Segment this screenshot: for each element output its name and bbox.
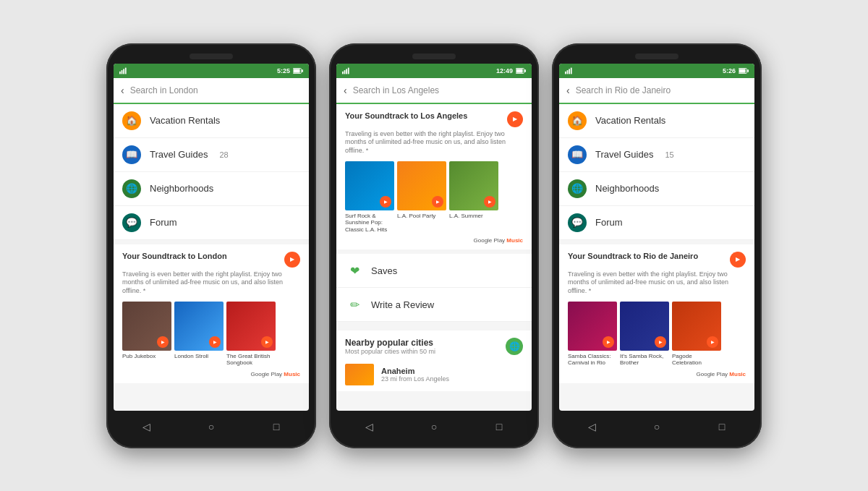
- nav-home-la[interactable]: ○: [425, 418, 443, 435]
- nearby-title: Nearby popular cities: [345, 338, 435, 348]
- svg-rect-10: [348, 67, 349, 74]
- album-cover-surf: ▶: [345, 161, 394, 210]
- svg-rect-14: [565, 71, 566, 74]
- travel-guides-badge-rio: 15: [665, 150, 673, 159]
- album-play-pool[interactable]: ▶: [432, 196, 443, 208]
- svg-rect-15: [567, 70, 569, 74]
- svg-rect-3: [125, 67, 127, 74]
- album-cover-british: ▶: [226, 302, 276, 351]
- google-play-footer-la: Google Play Music: [345, 237, 523, 244]
- album-play-london[interactable]: ▶: [209, 336, 221, 348]
- album-name-pool: L.A. Pool Party: [397, 213, 446, 220]
- music-title-rio: Your Soundtrack to Rio de Janeiro: [568, 252, 730, 260]
- google-play-footer-london: Google Play Music: [122, 371, 300, 377]
- speaker-2: [412, 54, 456, 59]
- bottom-nav-rio: ◁ ○ □: [559, 415, 754, 438]
- album-item-lasummer[interactable]: ▶ L.A. Summer: [449, 161, 498, 234]
- album-item-its-samba[interactable]: ▶ It's Samba Rock, Brother: [620, 302, 669, 367]
- menu-travel-guides[interactable]: 📖 Travel Guides 28: [114, 138, 309, 172]
- music-play-button-rio[interactable]: ▶: [730, 252, 746, 268]
- nav-back-rio[interactable]: ◁: [583, 418, 600, 435]
- music-card-rio: Your Soundtrack to Rio de Janeiro ▶ Trav…: [559, 244, 754, 383]
- menu-vacation-rentals-rio[interactable]: 🏠 Vacation Rentals: [559, 104, 754, 138]
- nav-square[interactable]: □: [268, 418, 285, 435]
- forum-icon-rio: 💬: [568, 213, 587, 232]
- phone-top-3: [559, 54, 754, 59]
- album-play-surf[interactable]: ▶: [380, 196, 391, 208]
- nav-back-la[interactable]: ◁: [360, 418, 378, 435]
- album-item-pool[interactable]: ▶ L.A. Pool Party: [397, 161, 446, 234]
- back-button-la[interactable]: ‹: [344, 85, 347, 96]
- album-play-lasummer[interactable]: ▶: [484, 196, 495, 208]
- status-icons-left-rio: [565, 67, 575, 74]
- status-bar-rio: 5:26: [559, 64, 754, 78]
- svg-rect-12: [516, 69, 523, 72]
- music-card-header-la: Your Soundtrack to Los Angeles ▶: [345, 111, 523, 127]
- album-item-samba[interactable]: ▶ Samba Classics: Carnival in Rio: [568, 302, 617, 367]
- album-play-samba[interactable]: ▶: [603, 336, 614, 348]
- search-bar-la[interactable]: ‹ Search in Los Angeles: [336, 78, 532, 104]
- search-input-la[interactable]: Search in Los Angeles: [353, 85, 439, 95]
- music-card-header: Your Soundtrack to London ▶: [122, 252, 300, 268]
- svg-rect-2: [123, 69, 124, 74]
- vacation-rentals-label-rio: Vacation Rentals: [595, 115, 665, 126]
- menu-vacation-rentals[interactable]: 🏠 Vacation Rentals: [114, 104, 309, 138]
- menu-travel-guides-rio[interactable]: 📖 Travel Guides 15: [559, 138, 754, 172]
- city-dist-anaheim: 23 mi from Los Angeles: [381, 375, 449, 383]
- album-play-british[interactable]: ▶: [261, 336, 273, 348]
- saves-action[interactable]: ❤ Saves: [336, 254, 532, 288]
- screen-rio: 5:26 ‹ Search in Rio de Janeiro 🏠 Vacati…: [559, 64, 754, 411]
- album-item-british[interactable]: ▶ The Great British Songbook: [226, 302, 276, 367]
- album-play-pub[interactable]: ▶: [157, 336, 169, 348]
- nearby-subtitle: Most popular cities within 50 mi: [345, 348, 435, 355]
- svg-rect-17: [571, 67, 572, 74]
- saves-icon: ❤: [346, 262, 362, 278]
- review-icon: ✏: [346, 296, 362, 312]
- nav-home-rio[interactable]: ○: [648, 418, 665, 435]
- album-item-surf[interactable]: ▶ Surf Rock & Sunshine Pop: Classic L.A.…: [345, 161, 394, 234]
- music-card-header-rio: Your Soundtrack to Rio de Janeiro ▶: [568, 252, 746, 268]
- album-play-pagode[interactable]: ▶: [707, 336, 718, 348]
- menu-forum[interactable]: 💬 Forum: [114, 206, 309, 240]
- review-action[interactable]: ✏ Write a Review: [336, 288, 532, 322]
- back-button[interactable]: ‹: [121, 85, 124, 96]
- album-item-pagode[interactable]: ▶ Pagode Celebration: [672, 302, 721, 367]
- album-cover-lasummer: ▶: [449, 161, 498, 210]
- back-button-rio[interactable]: ‹: [566, 85, 570, 96]
- search-bar-rio[interactable]: ‹ Search in Rio de Janeiro: [559, 78, 754, 104]
- album-item-london[interactable]: ▶ London Stroll: [174, 302, 224, 367]
- signal-icon-rio: [565, 67, 575, 74]
- svg-rect-20: [747, 69, 749, 72]
- album-cover-pool: ▶: [397, 161, 446, 210]
- vacation-rentals-icon: 🏠: [122, 111, 141, 130]
- album-name-lasummer: L.A. Summer: [449, 213, 498, 220]
- album-name-its: It's Samba Rock, Brother: [620, 353, 669, 367]
- album-name-pub: Pub Jukebox: [122, 353, 171, 360]
- status-bar: 5:25: [114, 64, 309, 78]
- nav-square-rio[interactable]: □: [713, 418, 731, 435]
- nav-back[interactable]: ◁: [137, 418, 155, 435]
- status-bar-la: 12:49: [336, 64, 532, 78]
- music-brand: Music: [284, 371, 300, 377]
- album-item-pub[interactable]: ▶ Pub Jukebox: [122, 302, 171, 367]
- review-label: Write a Review: [371, 299, 434, 310]
- menu-neighborhoods-rio[interactable]: 🌐 Neighborhoods: [559, 172, 754, 206]
- bottom-nav-la: ◁ ○ □: [336, 415, 532, 438]
- neighborhoods-label: Neighborhoods: [150, 183, 213, 194]
- search-input-rio[interactable]: Search in Rio de Janeiro: [576, 85, 671, 95]
- album-name-samba: Samba Classics: Carnival in Rio: [568, 353, 617, 367]
- nav-home[interactable]: ○: [203, 418, 220, 435]
- music-play-button-la[interactable]: ▶: [507, 111, 523, 127]
- music-play-button[interactable]: ▶: [284, 252, 300, 268]
- travel-guides-icon-rio: 📖: [568, 145, 587, 164]
- search-bar[interactable]: ‹ Search in London: [114, 78, 309, 104]
- menu-neighborhoods[interactable]: 🌐 Neighborhoods: [114, 172, 309, 206]
- forum-icon: 💬: [122, 213, 141, 232]
- screen-la: 12:49 ‹ Search in Los Angeles Your Sound…: [336, 64, 532, 411]
- nav-square-la[interactable]: □: [490, 418, 508, 435]
- svg-rect-9: [346, 69, 347, 74]
- menu-forum-rio[interactable]: 💬 Forum: [559, 206, 754, 240]
- city-anaheim[interactable]: Anaheim 23 mi from Los Angeles: [345, 358, 523, 391]
- search-input[interactable]: Search in London: [130, 85, 198, 95]
- album-play-its[interactable]: ▶: [655, 336, 666, 348]
